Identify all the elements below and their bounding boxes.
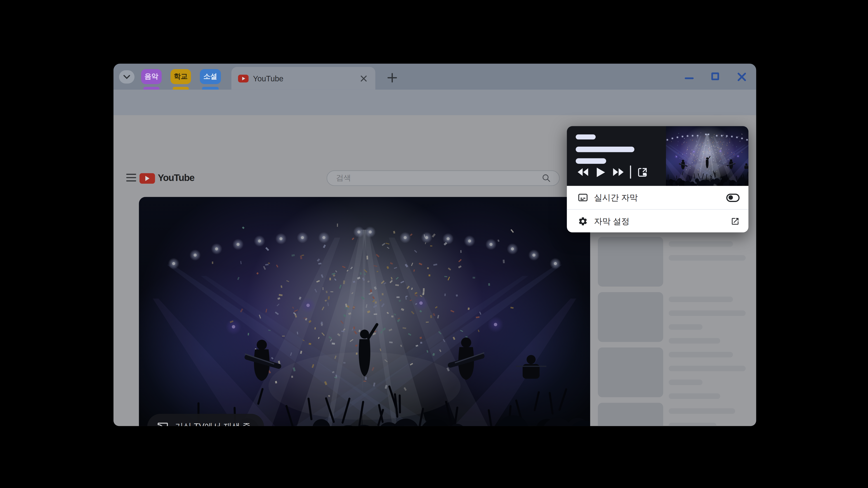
search-input[interactable]: 검색: [327, 170, 560, 186]
cast-icon: [157, 422, 168, 426]
youtube-logo[interactable]: YouTube: [140, 173, 194, 184]
tab-group-social-indicator: [202, 87, 219, 90]
closed-caption-icon: [578, 193, 588, 202]
media-thumbnail: [666, 126, 748, 186]
window-maximize-button[interactable]: [711, 72, 719, 80]
video-player[interactable]: 거실 TV에서 재생 중: [139, 197, 590, 426]
caption-settings-row[interactable]: 자막 설정: [567, 210, 748, 233]
media-popup-menu: 실시간 자막 자막 설정: [567, 186, 748, 232]
next-track-button[interactable]: [611, 165, 626, 180]
picture-in-picture-icon: [637, 167, 648, 177]
live-caption-label: 실시간 자막: [594, 192, 726, 203]
window-close-icon: [737, 72, 746, 81]
plus-icon: [387, 73, 397, 82]
caption-settings-label: 자막 설정: [594, 216, 731, 227]
youtube-favicon-icon: [238, 74, 249, 82]
gear-icon: [578, 217, 588, 226]
browser-window: 음악 학교 소셜 YouTube: [114, 64, 756, 426]
desktop: 음악 학교 소셜 YouTube: [0, 0, 868, 488]
tab-group-school-label: 학교: [174, 72, 188, 81]
youtube-logo-icon: [140, 173, 155, 184]
tab-search-button[interactable]: [119, 70, 135, 84]
media-artist-placeholder: [576, 158, 606, 164]
previous-track-button[interactable]: [576, 165, 590, 180]
dim-overlay: [139, 197, 590, 426]
fast-forward-icon: [613, 168, 624, 176]
tab-strip: 음악 학교 소셜 YouTube: [114, 64, 756, 90]
controls-divider: [630, 165, 631, 179]
tab-group-music-label: 음악: [145, 72, 158, 81]
media-source-placeholder: [576, 134, 596, 139]
new-tab-button[interactable]: [385, 71, 399, 84]
media-session-card: [567, 126, 748, 186]
open-in-new-icon: [731, 217, 740, 226]
search-placeholder: 검색: [336, 173, 541, 183]
cast-status-chip[interactable]: 거실 TV에서 재생 중: [147, 414, 264, 426]
window-close-button[interactable]: [737, 72, 746, 81]
tab-close-button[interactable]: [359, 73, 369, 83]
media-controls-popup: 실시간 자막 자막 설정: [567, 126, 748, 232]
browser-toolbar: youtube.com/watch/: [114, 90, 756, 115]
search-icon: [541, 173, 551, 183]
cast-status-text: 거실 TV에서 재생 중: [175, 422, 251, 426]
concert-thumbnail-image: [666, 126, 748, 186]
close-icon: [360, 75, 367, 82]
play-button[interactable]: [593, 165, 608, 180]
tab-group-music[interactable]: 음악: [141, 69, 162, 84]
tab-title: YouTube: [253, 74, 359, 83]
menu-button[interactable]: [126, 174, 136, 182]
tab-group-school-indicator: [173, 87, 189, 90]
toggle-knob: [728, 195, 733, 200]
active-tab[interactable]: YouTube: [231, 67, 375, 90]
rewind-icon: [577, 168, 588, 176]
media-title-placeholder: [576, 147, 634, 152]
play-icon: [596, 167, 605, 177]
chevron-down-icon: [123, 75, 130, 79]
youtube-wordmark: YouTube: [158, 173, 194, 184]
tab-group-social-label: 소셜: [204, 72, 217, 81]
tab-group-music-indicator: [143, 87, 159, 90]
live-caption-toggle[interactable]: [726, 193, 740, 202]
tab-group-school[interactable]: 학교: [170, 69, 191, 84]
tab-group-social[interactable]: 소셜: [200, 69, 221, 84]
picture-in-picture-button[interactable]: [635, 165, 649, 180]
live-caption-row[interactable]: 실시간 자막: [567, 186, 748, 209]
window-minimize-button[interactable]: [685, 77, 693, 79]
